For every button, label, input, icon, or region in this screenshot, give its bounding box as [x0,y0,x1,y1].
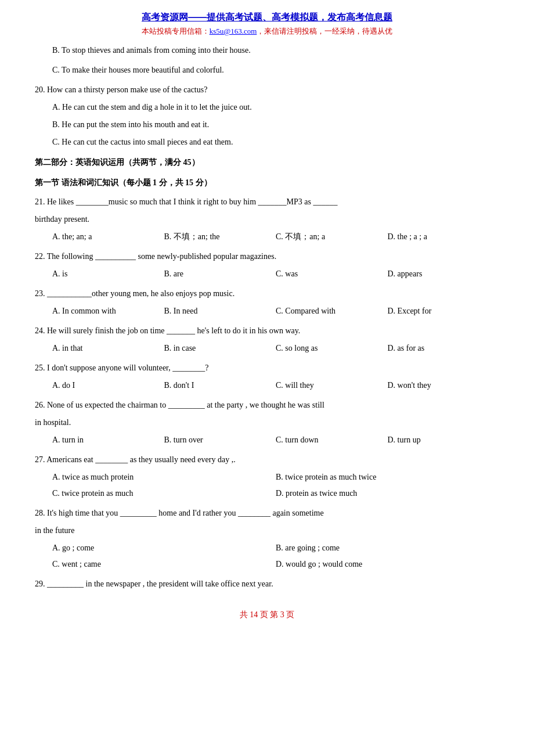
section2-header: 第二部分：英语知识运用（共两节，满分 45） [35,155,499,171]
question-27: 27. Americans eat ________ as they usual… [35,452,499,502]
q27d: D. protein as twice much [276,485,499,502]
q25d: D. won't they [388,377,500,394]
q25-text: 25. I don't suppose anyone will voluntee… [35,360,499,376]
q28-cont: in the future [35,523,499,539]
section1-note-text: 第一节 语法和词汇知识（每小题 1 分，共 15 分） [35,175,499,191]
q24b: B. in case [164,340,276,357]
email-link[interactable]: ks5u@163.com [210,27,257,35]
question-28: 28. It's high time that you _________ ho… [35,505,499,573]
q28a: A. go ; come [52,540,276,556]
q25c: C. will they [276,377,388,394]
q28c: C. went ; came [52,556,276,573]
q24-options: A. in that B. in case C. so long as D. a… [52,340,499,357]
question-26: 26. None of us expected the chairman to … [35,397,499,448]
q23b: B. In need [164,303,276,319]
page-footer: 共 14 页 第 3 页 [35,610,499,620]
q25a: A. do I [52,377,164,394]
q20b-text: B. He can put the stem into his mouth an… [52,117,499,133]
footer-text: 共 14 页 第 3 页 [240,610,295,619]
q23c: C. Compared with [276,303,388,319]
q20-text: 20. How can a thirsty person make use of… [35,82,499,98]
question-20: 20. How can a thirsty person make use of… [35,82,499,150]
q21-text: 21. He likes ________music so much that … [35,194,499,210]
question-23: 23. ___________other young men, he also … [35,286,499,319]
q24d: D. as for as [388,340,500,357]
question-25: 25. I don't suppose anyone will voluntee… [35,360,499,394]
q23-text: 23. ___________other young men, he also … [35,286,499,302]
option-b-stop-text: B. To stop thieves and animals from comi… [52,42,499,59]
q24c: C. so long as [276,340,388,357]
q24a: A. in that [52,340,164,357]
question-24: 24. He will surely finish the job on tim… [35,323,499,357]
q24-text: 24. He will surely finish the job on tim… [35,323,499,339]
q26d: D. turn up [388,432,500,448]
q27c: C. twice protein as much [52,485,276,502]
q21c: C. 不填；an; a [276,229,388,245]
q22-text: 22. The following __________ some newly-… [35,249,499,265]
q21-cont: birthday present. [35,211,499,228]
q28-text: 28. It's high time that you _________ ho… [35,505,499,521]
q26-options: A. turn in B. turn over C. turn down D. … [52,432,499,448]
q26c: C. turn down [276,432,388,448]
q20a-text: A. He can cut the stem and dig a hole in… [52,99,499,116]
q28d: D. would go ; would come [276,556,499,573]
q25-options: A. do I B. don't I C. will they D. won't… [52,377,499,394]
q27-options: A. twice as much protein B. twice protei… [52,469,499,502]
q21d: D. the ; a ; a [388,229,500,245]
q22a: A. is [52,266,164,282]
q25b: B. don't I [164,377,276,394]
header-title: 高考资源网——提供高考试题、高考模拟题，发布高考信息题 [35,12,499,24]
subtitle-before-link: 本站投稿专用信箱： [142,27,210,35]
q26b: B. turn over [164,432,276,448]
option-c-make: C. To make their houses more beautiful a… [35,62,499,78]
q26-text: 26. None of us expected the chairman to … [35,397,499,413]
header-subtitle: 本站投稿专用信箱：ks5u@163.com，来信请注明投稿，一经采纳，待遇从优 [35,26,499,37]
q27b: B. twice protein as much twice [276,469,499,485]
question-29: 29. _________ in the newspaper , the pre… [35,576,499,592]
q21a: A. the; an; a [52,229,164,245]
q20c-text: C. He can cut the cactus into small piec… [52,134,499,150]
section2-title: 第二部分：英语知识运用（共两节，满分 45） [35,155,499,171]
q23-options: A. In common with B. In need C. Compared… [52,303,499,319]
q22b: B. are [164,266,276,282]
q23d: D. Except for [388,303,500,319]
section1-note: 第一节 语法和词汇知识（每小题 1 分，共 15 分） [35,175,499,191]
question-21: 21. He likes ________music so much that … [35,194,499,245]
q29-text: 29. _________ in the newspaper , the pre… [35,576,499,592]
q21-options: A. the; an; a B. 不填；an; the C. 不填；an; a … [52,229,499,245]
q23a: A. In common with [52,303,164,319]
q21b: B. 不填；an; the [164,229,276,245]
q22-options: A. is B. are C. was D. appears [52,266,499,282]
q22c: C. was [276,266,388,282]
option-c-make-text: C. To make their houses more beautiful a… [52,62,499,78]
q27-text: 27. Americans eat ________ as they usual… [35,452,499,468]
page-header: 高考资源网——提供高考试题、高考模拟题，发布高考信息题 本站投稿专用信箱：ks5… [35,12,499,37]
q26-cont: in hospital. [35,415,499,431]
q22d: D. appears [388,266,500,282]
question-22: 22. The following __________ some newly-… [35,249,499,282]
q27a: A. twice as much protein [52,469,276,485]
q28b: B. are going ; come [276,540,499,556]
q26a: A. turn in [52,432,164,448]
q28-options: A. go ; come B. are going ; come C. went… [52,540,499,573]
option-b-stop: B. To stop thieves and animals from comi… [35,42,499,59]
subtitle-after-link: ，来信请注明投稿，一经采纳，待遇从优 [257,27,392,35]
content-area: B. To stop thieves and animals from comi… [35,42,499,592]
